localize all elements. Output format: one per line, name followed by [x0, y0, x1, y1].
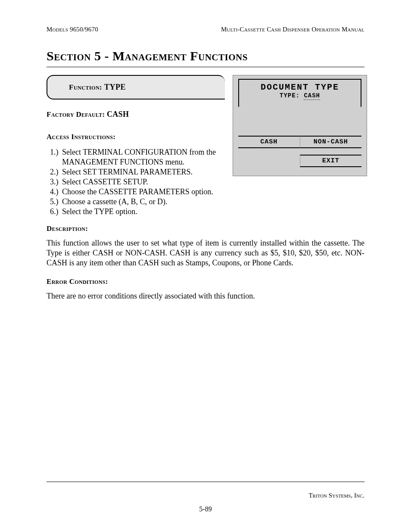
- terminal-screen: DOCUMENT TYPE TYPE: CASH CASH NON-CASH E…: [233, 75, 367, 176]
- error-body: There are no error conditions directly a…: [47, 291, 364, 301]
- screen-button-empty: [238, 155, 300, 167]
- step-number: 6.): [50, 207, 62, 217]
- factory-default-label: Factory Default:: [47, 110, 105, 118]
- section-rule: [47, 67, 364, 67]
- step-number: 5.): [50, 197, 62, 207]
- function-box: Function: TYPE: [47, 75, 225, 100]
- function-value: TYPE: [104, 83, 126, 91]
- list-item: 5.) Choose a cassette (A, B, C, or D).: [50, 197, 364, 207]
- list-item: 1.) Select TERMINAL CONFIGURATION from t…: [50, 147, 225, 167]
- access-heading: Access Instructions:: [47, 133, 225, 141]
- screen-title: DOCUMENT TYPE: [243, 82, 357, 92]
- screen-sub-label: TYPE:: [280, 92, 300, 99]
- screen-frame: DOCUMENT TYPE TYPE: CASH: [238, 79, 361, 107]
- description-body: This function allows the user to set wha…: [47, 238, 364, 268]
- header-right: Multi-Cassette Cash Dispenser Operation …: [221, 26, 364, 33]
- list-item: 3.) Select CASSETTE SETUP.: [50, 177, 225, 187]
- header-left: Models 9650/9670: [47, 26, 98, 33]
- step-number: 4.): [50, 187, 62, 197]
- list-item: 6.) Select the TYPE option.: [50, 207, 364, 217]
- screen-button-noncash[interactable]: NON-CASH: [300, 136, 362, 148]
- step-number: 1.): [50, 147, 62, 167]
- screen-button-cash[interactable]: CASH: [238, 136, 300, 148]
- screen-sub-value: CASH: [304, 92, 320, 100]
- section-title: Section 5 - Management Functions: [47, 49, 364, 63]
- factory-default: Factory Default: CASH: [47, 110, 225, 119]
- step-text: Select TERMINAL CONFIGURATION from the M…: [62, 147, 225, 167]
- footer-company: Triton Systems, Inc.: [308, 492, 364, 499]
- error-heading: Error Conditions:: [47, 277, 364, 286]
- step-text: Choose the CASSETTE PARAMETERS option.: [62, 187, 364, 197]
- footer-page-number: 5-89: [0, 505, 411, 513]
- access-instructions-list: 1.) Select TERMINAL CONFIGURATION from t…: [47, 147, 225, 187]
- list-item: 2.) Select SET TERMINAL PARAMETERS.: [50, 167, 225, 177]
- step-text: Choose a cassette (A, B, C, or D).: [62, 197, 364, 207]
- step-text: Select SET TERMINAL PARAMETERS.: [62, 167, 225, 177]
- list-item: 4.) Choose the CASSETTE PARAMETERS optio…: [50, 187, 364, 197]
- description-heading: Description:: [47, 224, 364, 233]
- step-text: Select CASSETTE SETUP.: [62, 177, 225, 187]
- factory-default-value: CASH: [107, 110, 129, 118]
- screen-button-exit[interactable]: EXIT: [300, 155, 362, 167]
- step-text: Select the TYPE option.: [62, 207, 364, 217]
- step-number: 2.): [50, 167, 62, 177]
- access-instructions-list-cont: 4.) Choose the CASSETTE PARAMETERS optio…: [47, 187, 364, 217]
- function-label: Function:: [69, 83, 102, 91]
- footer-rule: [47, 482, 364, 482]
- screen-subtitle: TYPE: CASH: [243, 92, 357, 99]
- step-number: 3.): [50, 177, 62, 187]
